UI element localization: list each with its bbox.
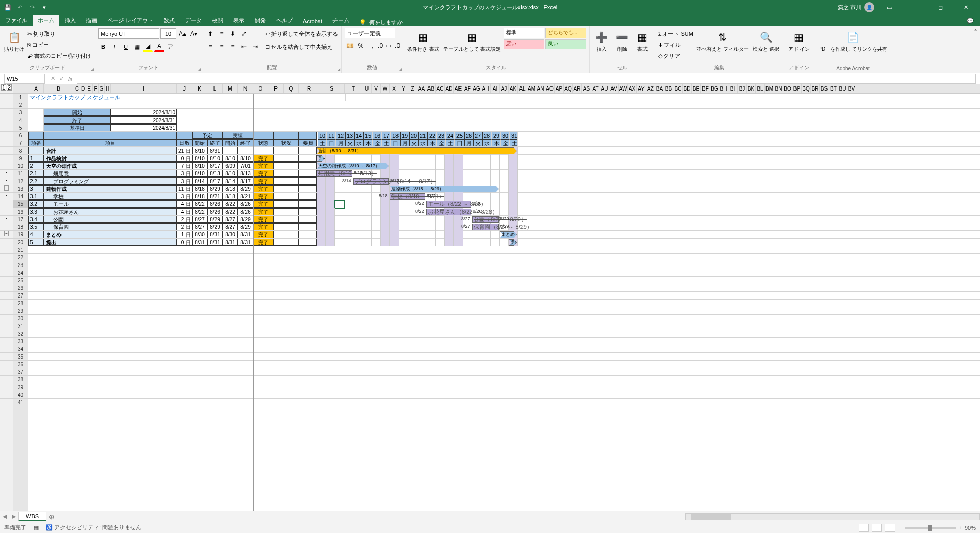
cell[interactable]: 状況 — [273, 139, 299, 146]
col-header[interactable]: AL — [518, 84, 527, 93]
row-header[interactable]: 22 — [13, 254, 28, 261]
cell[interactable]: 8/31 — [238, 231, 253, 238]
cell[interactable]: 7/01 — [238, 162, 253, 169]
col-header[interactable]: G — [99, 84, 105, 93]
cell[interactable] — [28, 132, 44, 139]
cell[interactable] — [28, 116, 44, 124]
col-header[interactable]: H — [105, 84, 111, 93]
tab-acrobat[interactable]: Acrobat — [298, 16, 327, 26]
cell[interactable] — [44, 132, 177, 139]
cell[interactable]: 8/10 — [223, 155, 238, 162]
col-header[interactable]: C — [74, 84, 80, 93]
col-header[interactable]: AS — [582, 84, 591, 93]
cell[interactable]: 7 日 — [177, 162, 192, 169]
col-header[interactable]: P — [268, 84, 284, 93]
cell[interactable] — [223, 147, 238, 154]
cell[interactable]: 2024/8/10 — [111, 109, 177, 116]
comma-icon[interactable]: , — [367, 41, 377, 51]
row-header[interactable]: 31 — [13, 322, 28, 330]
cell[interactable] — [273, 162, 299, 169]
tab-developer[interactable]: 開発 — [250, 15, 271, 26]
cell[interactable] — [299, 185, 317, 192]
col-header[interactable]: AP — [555, 84, 564, 93]
col-header[interactable]: V — [372, 84, 381, 93]
col-header[interactable]: AA — [417, 84, 426, 93]
align-right-icon[interactable]: ≡ — [228, 42, 238, 52]
col-header[interactable]: J — [177, 84, 192, 93]
col-header[interactable]: U — [362, 84, 372, 93]
cell[interactable]: 8/17 — [238, 177, 253, 185]
tab-formulas[interactable]: 数式 — [159, 15, 180, 26]
view-pagebreak-icon[interactable] — [885, 524, 895, 532]
alignment-launcher-icon[interactable]: ◢ — [337, 67, 340, 72]
undo-icon[interactable]: ↶ — [15, 3, 24, 12]
cell[interactable]: 5 — [28, 239, 44, 246]
col-header[interactable]: BG — [710, 84, 719, 93]
cell[interactable] — [273, 223, 299, 230]
title-link[interactable]: マインクラフトカップ スケジュール — [29, 94, 120, 100]
align-bottom-icon[interactable]: ⬇ — [228, 28, 238, 39]
name-box[interactable] — [4, 74, 45, 84]
col-header[interactable]: AE — [454, 84, 463, 93]
cell[interactable]: 天空の畑作成 — [44, 162, 177, 169]
cell[interactable]: 6/09 — [223, 162, 238, 169]
cell[interactable]: 8/27 — [223, 216, 238, 223]
zoom-slider[interactable] — [905, 527, 956, 529]
col-header[interactable]: AO — [545, 84, 555, 93]
cell[interactable]: 8/27 — [223, 223, 238, 230]
number-format-combo[interactable] — [345, 28, 395, 38]
row-header[interactable]: 30 — [13, 315, 28, 322]
cell[interactable] — [273, 132, 299, 139]
cell[interactable]: プログラミング — [44, 177, 177, 185]
cell[interactable]: 3.4 — [28, 216, 44, 223]
cell[interactable]: 8/29 — [238, 223, 253, 230]
col-header[interactable]: AZ — [646, 84, 655, 93]
tab-home[interactable]: ホーム — [33, 15, 59, 26]
maximize-icon[interactable]: ◻ — [930, 0, 951, 14]
col-header[interactable]: AH — [481, 84, 491, 93]
qa-customize-icon[interactable]: ▾ — [40, 3, 49, 12]
col-header[interactable]: AF — [463, 84, 472, 93]
row-header[interactable]: 24 — [13, 269, 28, 277]
cell[interactable]: 4 — [28, 231, 44, 238]
cell[interactable]: まとめ — [44, 231, 177, 238]
col-header[interactable]: BC — [673, 84, 683, 93]
cell[interactable]: 終了 — [44, 116, 111, 124]
cell[interactable] — [299, 216, 317, 223]
cell[interactable]: 8/22 — [223, 200, 238, 208]
format-painter-button[interactable]: 🖌書式のコピー/貼り付け — [27, 50, 91, 62]
redo-icon[interactable]: ↷ — [27, 3, 37, 12]
fx-icon[interactable]: fx — [68, 76, 73, 82]
cell[interactable]: 8/30 — [223, 231, 238, 238]
col-header[interactable]: AY — [637, 84, 646, 93]
cell[interactable] — [299, 155, 317, 162]
row-header[interactable]: 38 — [13, 376, 28, 383]
row-header[interactable]: 18 — [13, 223, 28, 231]
phonetic-button[interactable]: ア — [165, 42, 175, 52]
row-header[interactable]: 23 — [13, 261, 28, 269]
col-header[interactable]: Z — [408, 84, 417, 93]
cell[interactable]: 8/10 — [207, 155, 223, 162]
row-header[interactable]: 35 — [13, 353, 28, 361]
align-middle-icon[interactable]: ≡ — [217, 28, 227, 39]
col-header[interactable]: AJ — [500, 84, 509, 93]
col-header[interactable]: BQ — [802, 84, 811, 93]
style-bad[interactable]: 悪い — [504, 39, 544, 49]
cell[interactable]: 2.2 — [28, 177, 44, 185]
col-header[interactable]: AD — [445, 84, 454, 93]
align-left-icon[interactable]: ≡ — [205, 42, 216, 52]
col-header[interactable]: AK — [509, 84, 518, 93]
row-header[interactable]: 7 — [13, 139, 28, 147]
cell[interactable] — [273, 200, 299, 208]
cell[interactable]: 8/31 — [207, 147, 223, 154]
cell[interactable]: 8/21 — [207, 193, 223, 200]
share-icon[interactable]: 💬 — [961, 16, 980, 26]
underline-button[interactable]: U — [120, 42, 131, 52]
col-header[interactable]: BK — [747, 84, 756, 93]
orientation-icon[interactable]: ⤢ — [239, 28, 249, 39]
row-header[interactable]: 33 — [13, 338, 28, 345]
cell[interactable]: 8/10 — [192, 162, 207, 169]
cell[interactable] — [299, 162, 317, 169]
cell[interactable] — [273, 147, 299, 154]
cell[interactable]: 完了 — [253, 231, 273, 238]
